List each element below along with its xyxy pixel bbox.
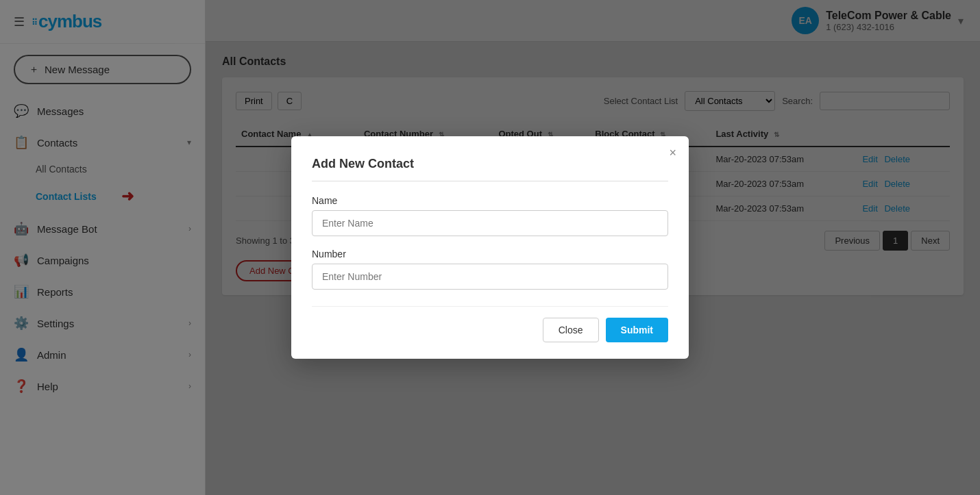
- modal-close-button[interactable]: ×: [669, 146, 676, 160]
- number-input[interactable]: [312, 264, 668, 290]
- number-form-group: Number: [312, 249, 668, 290]
- modal-footer: Close Submit: [312, 306, 668, 342]
- name-input[interactable]: [312, 210, 668, 236]
- name-label: Name: [312, 195, 668, 206]
- number-label: Number: [312, 249, 668, 259]
- add-contact-modal: Add New Contact × Name Number Close Subm…: [291, 136, 689, 359]
- name-form-group: Name: [312, 195, 668, 236]
- modal-overlay[interactable]: Add New Contact × Name Number Close Subm…: [0, 0, 980, 495]
- modal-close-btn[interactable]: Close: [543, 318, 599, 342]
- modal-submit-btn[interactable]: Submit: [606, 318, 668, 342]
- modal-title: Add New Contact: [312, 157, 668, 181]
